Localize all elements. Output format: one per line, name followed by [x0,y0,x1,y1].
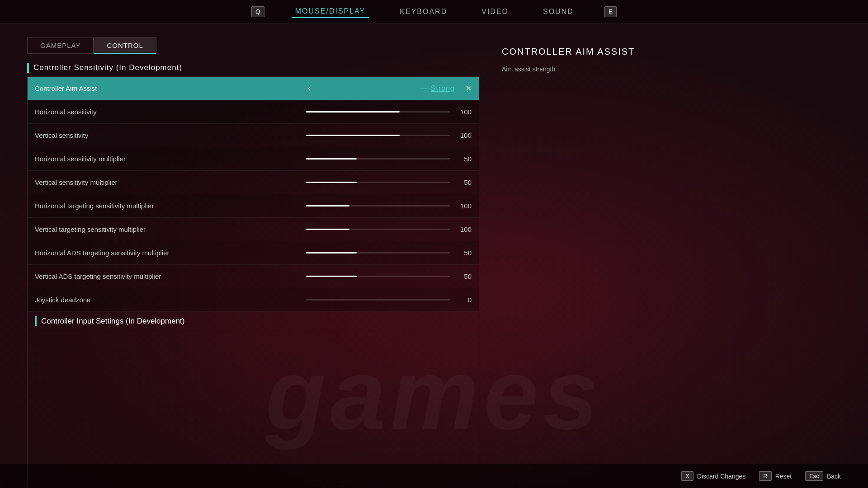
v-sensitivity-value: 100 [456,131,472,139]
h-multiplier-label: Horizontal sensitivity multiplier [35,155,306,163]
nav-keyboard[interactable]: KEYBOARD [396,6,451,18]
deadzone-value: 0 [456,296,472,304]
h-sensitivity-value: 100 [456,108,472,116]
back-label: Back [827,473,841,480]
help-title: CONTROLLER AIM ASSIST [502,47,832,57]
nav-sound[interactable]: SOUND [539,6,577,18]
h-target-label: Horizontal targeting sensitivity multipl… [35,202,306,210]
h-multiplier-slider[interactable]: 50 [306,155,472,163]
back-key-badge[interactable]: Esc [805,471,823,481]
left-key[interactable]: Q [251,6,264,17]
h-target-value: 100 [456,202,472,210]
section-2-header: Controller Input Settings (In Developmen… [28,312,479,331]
slider-track-9 [306,299,450,300]
tab-gameplay[interactable]: GAMEPLAY [27,38,94,54]
h-ads-slider[interactable]: 50 [306,249,472,257]
left-panel: GAMEPLAY CONTROL Controller Sensitivity … [27,38,479,487]
aim-assist-value: Strong [431,84,455,93]
slider-fill-5 [306,205,349,206]
slider-track-7 [306,252,450,253]
slider-fill-6 [306,229,349,230]
v-target-slider[interactable]: 100 [306,225,472,233]
reset-label: Reset [775,473,792,480]
v-multiplier-slider[interactable]: 50 [306,178,472,186]
v-ads-label: Vertical ADS targeting sensitivity multi… [35,272,306,280]
h-multiplier-value: 50 [456,155,472,163]
reset-key-badge[interactable]: R [759,471,771,481]
setting-row-deadzone[interactable]: Joystick deadzone 0 [28,288,479,312]
v-sensitivity-slider[interactable]: 100 [306,131,472,139]
aim-value-display: — Strong [318,84,455,93]
slider-fill-4 [306,182,357,183]
v-multiplier-label: Vertical sensitivity multiplier [35,178,306,186]
right-key[interactable]: E [604,6,617,17]
discard-key-badge[interactable]: X [681,471,693,481]
top-nav: Q MOUSE/DISPLAY KEYBOARD VIDEO SOUND E [0,0,868,24]
setting-row-aim-assist[interactable]: Controller Aim Assist ‹ — Strong ✕ [28,77,479,100]
setting-row-h-multiplier[interactable]: Horizontal sensitivity multiplier 50 [28,147,479,171]
main-layout: GAMEPLAY CONTROL Controller Sensitivity … [0,24,868,487]
v-target-value: 100 [456,225,472,233]
h-target-slider[interactable]: 100 [306,202,472,210]
aim-assist-prev-arrow[interactable]: ‹ [306,84,312,93]
slider-fill [306,111,400,113]
h-ads-label: Horizontal ADS targeting sensitivity mul… [35,249,306,257]
slider-track-8 [306,276,450,277]
aim-assist-close-icon[interactable]: ✕ [466,84,472,93]
slider-fill-8 [306,276,357,277]
bottom-bar: X Discard Changes R Reset Esc Back [0,464,868,488]
settings-list: Controller Aim Assist ‹ — Strong ✕ Horiz… [27,76,479,487]
v-ads-slider[interactable]: 50 [306,272,472,280]
v-target-label: Vertical targeting sensitivity multiplie… [35,225,306,233]
section2-bar [35,316,37,326]
h-ads-value: 50 [456,249,472,257]
slider-fill-7 [306,252,357,253]
back-action: Esc Back [805,471,841,481]
discard-label: Discard Changes [697,473,745,480]
help-description: Aim assist strength [502,64,832,74]
right-panel: CONTROLLER AIM ASSIST Aim assist strengt… [493,38,841,487]
slider-fill-3 [306,158,357,160]
slider-track-5 [306,205,450,206]
setting-row-h-ads[interactable]: Horizontal ADS targeting sensitivity mul… [28,241,479,265]
setting-row-v-target[interactable]: Vertical targeting sensitivity multiplie… [28,218,479,241]
slider-track-2 [306,135,450,136]
setting-row-v-sensitivity[interactable]: Vertical sensitivity 100 [28,124,479,147]
slider-fill-2 [306,135,400,136]
nav-video[interactable]: VIDEO [478,6,512,18]
main-content: Q MOUSE/DISPLAY KEYBOARD VIDEO SOUND E G… [0,0,868,488]
slider-track [306,111,450,113]
setting-row-v-ads[interactable]: Vertical ADS targeting sensitivity multi… [28,265,479,288]
h-sensitivity-slider[interactable]: 100 [306,108,472,116]
section2-title: Controller Input Settings (In Developmen… [41,317,185,326]
discard-changes-action: X Discard Changes [681,471,745,481]
v-multiplier-value: 50 [456,178,472,186]
v-ads-value: 50 [456,272,472,280]
setting-row-h-target[interactable]: Horizontal targeting sensitivity multipl… [28,194,479,218]
reset-action: R Reset [759,471,792,481]
section-title: Controller Sensitivity (In Development) [33,63,182,72]
aim-assist-control: ‹ — Strong ✕ [306,84,472,93]
section-1-header: Controller Sensitivity (In Development) [27,63,479,73]
section-bar [27,63,29,73]
slider-track-4 [306,182,450,183]
deadzone-label: Joystick deadzone [35,296,306,304]
setting-row-h-sensitivity[interactable]: Horizontal sensitivity 100 [28,100,479,124]
setting-row-v-multiplier[interactable]: Vertical sensitivity multiplier 50 [28,171,479,194]
slider-track-6 [306,229,450,230]
slider-track-3 [306,158,450,160]
tab-control[interactable]: CONTROL [94,38,156,54]
aim-assist-label: Controller Aim Assist [35,84,306,92]
deadzone-slider[interactable]: 0 [306,296,472,304]
nav-mouse-display[interactable]: MOUSE/DISPLAY [292,5,369,18]
v-sensitivity-label: Vertical sensitivity [35,131,306,139]
h-sensitivity-label: Horizontal sensitivity [35,108,306,116]
sub-tabs: GAMEPLAY CONTROL [27,38,479,54]
aim-dash: — [420,84,427,93]
